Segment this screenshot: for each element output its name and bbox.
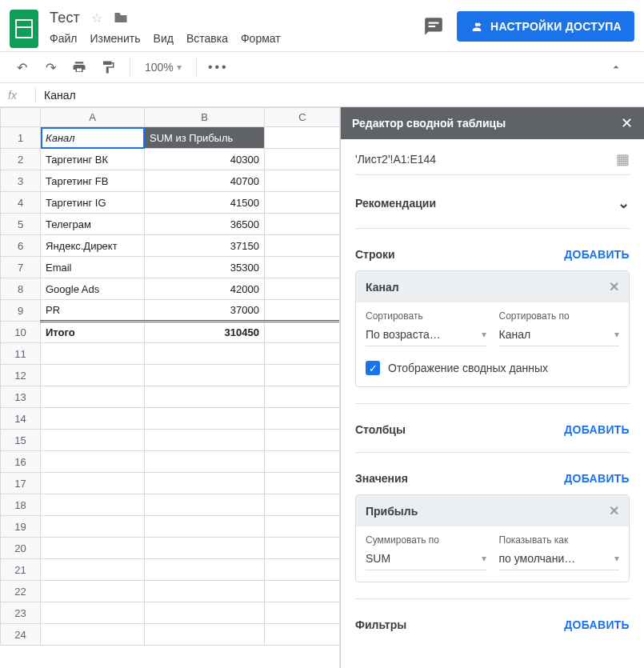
document-title[interactable]: Тест (50, 10, 80, 26)
cell[interactable] (145, 624, 265, 646)
add-rows-button[interactable]: ДОБАВИТЬ (564, 248, 630, 261)
spreadsheet-grid[interactable]: A B C 1КаналSUM из Прибыль2Таргетинг ВК4… (0, 107, 340, 668)
cell[interactable] (41, 494, 145, 516)
cell[interactable] (41, 624, 145, 646)
cell[interactable] (265, 192, 341, 214)
summarize-by-select[interactable]: SUM ▾ (366, 549, 486, 570)
expand-recommendations-button[interactable]: ⌄ (618, 194, 630, 212)
cell[interactable] (265, 538, 341, 559)
cell[interactable] (265, 473, 341, 494)
cell[interactable]: 40300 (145, 149, 265, 170)
row-header[interactable]: 5 (1, 214, 41, 235)
cell[interactable] (265, 451, 341, 473)
cell[interactable] (41, 559, 145, 581)
select-all-cell[interactable] (1, 108, 41, 127)
row-header[interactable]: 20 (1, 538, 41, 559)
cell[interactable] (145, 473, 265, 494)
more-toolbar-button[interactable]: ••• (206, 55, 230, 79)
cell[interactable] (41, 430, 145, 451)
cell[interactable] (265, 343, 341, 365)
row-header[interactable]: 8 (1, 278, 41, 300)
col-header-c[interactable]: C (265, 108, 341, 127)
cell[interactable] (265, 581, 341, 602)
print-button[interactable] (67, 55, 91, 79)
cell[interactable] (265, 516, 341, 538)
data-range-input[interactable]: 'Лист2'!A1:E144 (355, 153, 436, 166)
row-header[interactable]: 24 (1, 624, 41, 646)
row-header[interactable]: 3 (1, 170, 41, 192)
cell[interactable] (145, 408, 265, 430)
col-header-b[interactable]: B (145, 108, 265, 127)
sort-order-select[interactable]: По возраста… ▾ (366, 325, 486, 346)
cell[interactable]: 37150 (145, 235, 265, 257)
row-header[interactable]: 14 (1, 408, 41, 430)
cell[interactable]: Таргетинг ВК (41, 149, 145, 170)
cell[interactable]: Итого (41, 322, 145, 343)
move-folder-icon[interactable] (114, 11, 128, 24)
menu-edit[interactable]: Изменить (90, 32, 140, 45)
row-header[interactable]: 15 (1, 430, 41, 451)
cell[interactable] (145, 516, 265, 538)
row-header[interactable]: 23 (1, 602, 41, 624)
cell[interactable]: Таргетинг FB (41, 170, 145, 192)
add-filters-button[interactable]: ДОБАВИТЬ (564, 618, 630, 631)
cell[interactable] (265, 214, 341, 235)
cell[interactable] (265, 235, 341, 257)
star-icon[interactable]: ☆ (91, 10, 102, 26)
menu-file[interactable]: Файл (50, 32, 77, 45)
sort-by-select[interactable]: Канал ▾ (499, 325, 620, 346)
row-header[interactable]: 22 (1, 581, 41, 602)
cell[interactable] (145, 343, 265, 365)
row-header[interactable]: 16 (1, 451, 41, 473)
cell[interactable] (265, 559, 341, 581)
remove-values-chip-button[interactable]: ✕ (609, 503, 619, 518)
menu-insert[interactable]: Вставка (186, 32, 228, 45)
cell[interactable] (41, 451, 145, 473)
cell[interactable] (145, 365, 265, 386)
cell[interactable] (265, 408, 341, 430)
cell[interactable]: Телеграм (41, 214, 145, 235)
row-header[interactable]: 6 (1, 235, 41, 257)
paint-format-button[interactable] (96, 55, 120, 79)
cell[interactable] (41, 602, 145, 624)
row-header[interactable]: 12 (1, 365, 41, 386)
cell[interactable] (265, 365, 341, 386)
row-header[interactable]: 2 (1, 149, 41, 170)
cell[interactable]: 41500 (145, 192, 265, 214)
cell[interactable] (265, 278, 341, 300)
cell[interactable] (41, 473, 145, 494)
cell[interactable]: Email (41, 257, 145, 278)
cell[interactable] (265, 494, 341, 516)
cell[interactable]: 42000 (145, 278, 265, 300)
row-header[interactable]: 17 (1, 473, 41, 494)
cell[interactable] (145, 538, 265, 559)
row-header[interactable]: 7 (1, 257, 41, 278)
cell[interactable] (41, 538, 145, 559)
cell[interactable] (41, 386, 145, 408)
cell[interactable] (265, 386, 341, 408)
cell[interactable] (41, 516, 145, 538)
cell[interactable] (265, 300, 341, 322)
cell[interactable] (265, 430, 341, 451)
cell[interactable] (265, 170, 341, 192)
menu-view[interactable]: Вид (154, 32, 174, 45)
add-values-button[interactable]: ДОБАВИТЬ (564, 472, 630, 485)
cell[interactable]: 310450 (145, 322, 265, 343)
cell[interactable]: 36500 (145, 214, 265, 235)
cell[interactable] (145, 559, 265, 581)
row-header[interactable]: 4 (1, 192, 41, 214)
row-header[interactable]: 13 (1, 386, 41, 408)
row-header[interactable]: 18 (1, 494, 41, 516)
select-range-icon[interactable]: ▦ (616, 150, 630, 168)
close-panel-button[interactable]: ✕ (621, 114, 633, 132)
cell[interactable] (145, 451, 265, 473)
cell[interactable]: Google Ads (41, 278, 145, 300)
cell[interactable]: 35300 (145, 257, 265, 278)
row-header[interactable]: 11 (1, 343, 41, 365)
row-header[interactable]: 1 (1, 127, 41, 149)
cell[interactable] (41, 343, 145, 365)
cell[interactable]: 40700 (145, 170, 265, 192)
row-header[interactable]: 21 (1, 559, 41, 581)
cell[interactable]: SUM из Прибыль (145, 127, 265, 149)
col-header-a[interactable]: A (41, 108, 145, 127)
